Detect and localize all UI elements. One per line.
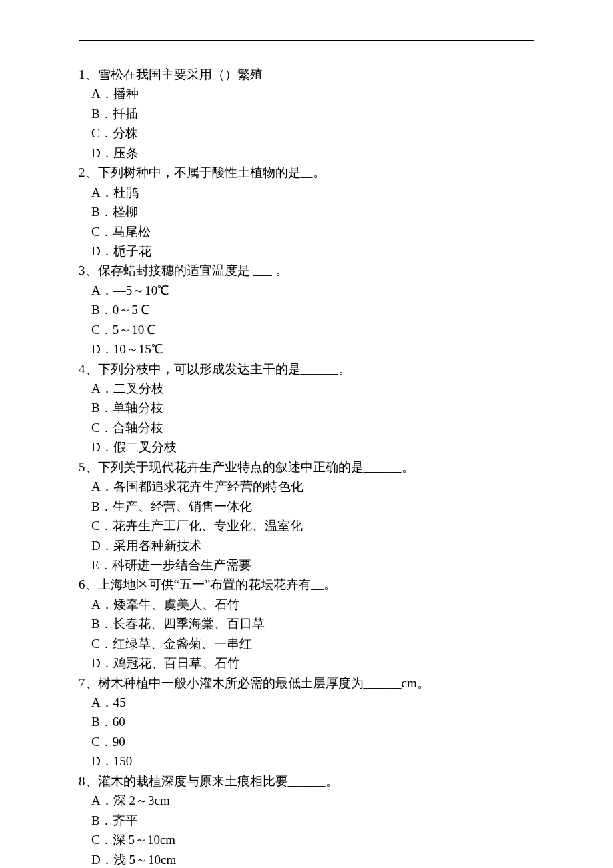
question-number: 2: [79, 165, 85, 179]
option-separator: ．: [101, 754, 113, 768]
option: D．浅 5～10cm: [79, 850, 534, 869]
question-stem-text: 上海地区可供“五一”布置的花坛花卉有__。: [98, 577, 337, 591]
option-letter: D: [91, 754, 101, 768]
option-separator: ．: [101, 440, 113, 454]
option-letter: C: [91, 735, 100, 749]
question-stem: 4、下列分枝中，可以形成发达主干的是______。: [79, 359, 534, 379]
option: A．45: [79, 693, 534, 712]
question-number-separator: 、: [85, 362, 98, 376]
option-separator: ．: [100, 225, 113, 239]
option-letter: A: [91, 381, 101, 395]
option: E．科研进一步结合生产需要: [79, 555, 534, 575]
option: B．齐平: [79, 811, 534, 830]
option-text: 分株: [113, 126, 138, 140]
option-text: 90: [113, 735, 125, 749]
option: A．―5～10℃: [79, 281, 534, 300]
option-text: 鸡冠花、百日草、石竹: [113, 656, 240, 670]
option: D．采用各种新技术: [79, 536, 534, 555]
option-separator: ．: [100, 205, 113, 219]
option: B．单轴分枝: [79, 398, 534, 417]
option-separator: ．: [100, 833, 113, 847]
option-text: 压条: [113, 146, 139, 160]
option-letter: A: [91, 479, 101, 493]
option-separator: ．: [101, 283, 113, 297]
option-letter: D: [91, 146, 101, 160]
option: A．深 2～3cm: [79, 791, 534, 810]
option-separator: ．: [100, 323, 113, 337]
question-number-separator: 、: [85, 577, 98, 591]
option-letter: A: [91, 793, 101, 807]
question-number: 4: [79, 362, 85, 376]
question-stem: 5、下列关于现代花卉生产业特点的叙述中正确的是______。: [79, 457, 534, 477]
question-number-separator: 、: [85, 460, 98, 474]
option-letter: C: [91, 421, 100, 435]
option-separator: ．: [100, 499, 113, 513]
option-text: 科研进一步结合生产需要: [112, 558, 251, 572]
question-stem-text: 树木种植中一般小灌木所必需的最低土层厚度为______cm。: [98, 676, 430, 690]
option: C．红绿草、金盏菊、一串红: [79, 634, 534, 653]
option-text: 花卉生产工厂化、专业化、温室化: [113, 519, 303, 533]
option-letter: C: [91, 225, 100, 239]
option-letter: B: [91, 617, 100, 631]
option-text: 10～15℃: [113, 342, 163, 356]
option-text: 长春花、四季海棠、百日草: [113, 617, 265, 631]
question-list: 1、雪松在我国主要采用（）繁殖A．播种B．扦插C．分株D．压条2、下列树种中，不…: [79, 65, 534, 868]
option-separator: ．: [101, 87, 113, 101]
option-letter: D: [91, 656, 101, 670]
question-number: 3: [79, 263, 85, 277]
option-separator: ．: [101, 381, 113, 395]
question-stem-text: 雪松在我国主要采用（）繁殖: [98, 67, 263, 81]
option-letter: C: [91, 637, 100, 651]
option-separator: ．: [101, 539, 113, 553]
option: B．扦插: [79, 104, 534, 123]
option-letter: C: [91, 323, 100, 337]
option-separator: ．: [101, 793, 113, 807]
question-number: 6: [79, 577, 85, 591]
option-text: ―5～10℃: [113, 283, 170, 297]
question-stem: 1、雪松在我国主要采用（）繁殖: [79, 65, 534, 84]
question-stem-text: 下列分枝中，可以形成发达主干的是______。: [98, 362, 351, 376]
option-separator: ．: [100, 637, 113, 651]
option: C．深 5～10cm: [79, 830, 534, 849]
option-text: 红绿草、金盏菊、一串红: [113, 637, 252, 651]
option: A．杜鹃: [79, 183, 534, 202]
option: D．10～15℃: [79, 339, 534, 359]
option-separator: ．: [101, 342, 113, 356]
option-separator: ．: [101, 146, 113, 160]
option-separator: ．: [101, 656, 113, 670]
option-separator: ．: [100, 813, 113, 827]
option-letter: C: [91, 519, 100, 533]
option-separator: ．: [100, 735, 113, 749]
option-separator: ．: [100, 303, 113, 317]
option: D．栀子花: [79, 241, 534, 261]
option-letter: D: [91, 853, 101, 867]
question-stem: 7、树木种植中一般小灌木所必需的最低土层厚度为______cm。: [79, 673, 534, 693]
option-letter: A: [91, 87, 101, 101]
option-text: 栀子花: [113, 244, 151, 258]
question-number-separator: 、: [85, 774, 98, 788]
option-separator: ．: [100, 715, 113, 729]
option-text: 矮牵牛、虞美人、石竹: [113, 597, 240, 611]
option-letter: B: [91, 303, 100, 317]
option-letter: B: [91, 499, 100, 513]
option-separator: ．: [101, 244, 113, 258]
option-letter: D: [91, 539, 101, 553]
option-letter: A: [91, 695, 101, 709]
option-letter: B: [91, 715, 100, 729]
option: C．花卉生产工厂化、专业化、温室化: [79, 516, 534, 535]
page: 1、雪松在我国主要采用（）繁殖A．播种B．扦插C．分株D．压条2、下列树种中，不…: [0, 0, 613, 868]
option-letter: D: [91, 342, 101, 356]
option-separator: ．: [100, 401, 113, 415]
option-separator: ．: [101, 853, 113, 867]
option-text: 生产、经营、销售一体化: [113, 499, 252, 513]
option: D．压条: [79, 143, 534, 163]
option-separator: ．: [101, 479, 113, 493]
option-letter: B: [91, 813, 100, 827]
option-text: 45: [113, 695, 126, 709]
option-letter: B: [91, 107, 100, 121]
option-text: 采用各种新技术: [113, 539, 202, 553]
option-separator: ．: [100, 421, 113, 435]
question-number-separator: 、: [85, 263, 98, 277]
option-letter: A: [91, 185, 101, 199]
question-stem-text: 下列树种中，不属于酸性土植物的是__。: [98, 165, 326, 179]
